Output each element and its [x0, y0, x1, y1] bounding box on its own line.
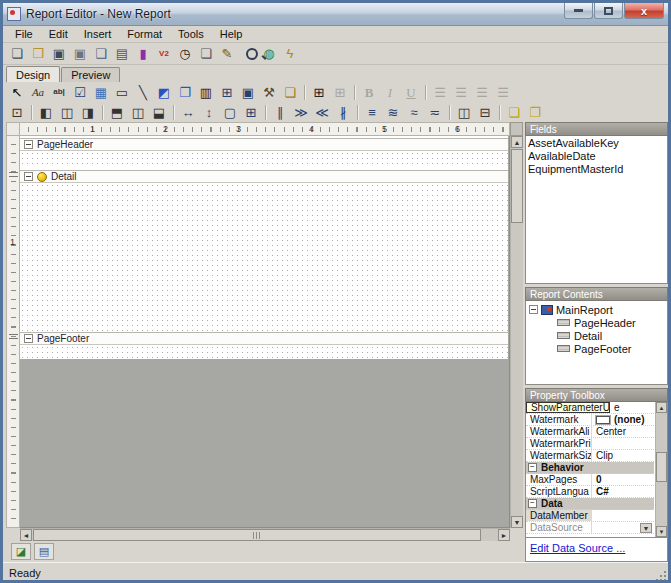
align-bottoms-icon[interactable]: ⬓	[149, 104, 169, 121]
space-across-equal-icon[interactable]: ∥	[270, 104, 290, 121]
snap-to-grid-icon[interactable]: ⊞	[330, 84, 350, 101]
field-item[interactable]: AssetAvailableKey	[528, 137, 665, 150]
italic-icon[interactable]: I	[380, 84, 400, 101]
align-rights-icon[interactable]: ◨	[78, 104, 98, 121]
save-report-icon[interactable]: ▣	[49, 45, 69, 63]
build-tool-icon[interactable]: ⚒	[259, 84, 279, 101]
field-item[interactable]: EquipmentMasterId	[528, 163, 665, 176]
band-detail[interactable]: Detail	[20, 170, 508, 183]
menu-item[interactable]: File	[7, 27, 41, 41]
band-grip-icon[interactable]	[9, 334, 18, 339]
script-view-icon[interactable]: ◪	[11, 543, 31, 560]
menu-item[interactable]: Format	[119, 27, 170, 41]
center-horizontal-icon[interactable]: ◫	[454, 104, 474, 121]
tree-node-band[interactable]: PageFooter	[527, 342, 666, 355]
center-vertical-icon[interactable]: ⊟	[475, 104, 495, 121]
property-value[interactable]: e	[610, 402, 620, 414]
property-value[interactable]: C#	[592, 486, 609, 498]
zoom-icon[interactable]	[238, 45, 258, 63]
script-page-icon[interactable]: ❏	[280, 84, 300, 101]
clock-icon[interactable]: ◷	[175, 45, 195, 63]
scroll-corner-button[interactable]	[510, 122, 523, 136]
maximize-button[interactable]	[594, 3, 623, 19]
property-row[interactable]: Behavior ▼	[526, 462, 654, 474]
space-across-decrease-icon[interactable]: ≪	[312, 104, 332, 121]
scroll-down-icon[interactable]	[511, 516, 523, 528]
designer-view-icon[interactable]: ▤	[34, 543, 54, 560]
horizontal-scrollbar[interactable]	[20, 528, 510, 541]
chart-tool-icon[interactable]: ◩	[154, 84, 174, 101]
underline-icon[interactable]: U	[401, 84, 421, 101]
same-width-icon[interactable]: ↔	[178, 104, 198, 121]
report-design-surface[interactable]: PageHeader Detail PageFooter	[20, 136, 510, 528]
tree-node-band[interactable]: Detail	[527, 329, 666, 342]
textbox-tool-icon[interactable]: ab|	[49, 84, 69, 101]
property-value[interactable]: 0	[592, 474, 602, 486]
space-down-decrease-icon[interactable]: ≈	[404, 104, 424, 121]
same-size-icon[interactable]: ▢	[220, 104, 240, 121]
collapse-icon[interactable]	[24, 172, 33, 181]
band-pageheader[interactable]: PageHeader	[20, 138, 508, 151]
space-across-increase-icon[interactable]: ≫	[291, 104, 311, 121]
size-to-grid-icon[interactable]: ⊞	[241, 104, 261, 121]
bring-to-front-icon[interactable]: ❏	[504, 104, 524, 121]
vertical-scroll-thumb[interactable]	[511, 149, 523, 223]
globe-icon[interactable]: ◍	[259, 45, 279, 63]
subreport-tool-icon[interactable]: ❐	[175, 84, 195, 101]
checkbox-tool-icon[interactable]: ☑	[70, 84, 90, 101]
group-collapse-icon[interactable]	[528, 463, 537, 472]
tab-design[interactable]: Design	[6, 66, 60, 82]
space-down-equal-icon[interactable]: ≡	[362, 104, 382, 121]
align-middles-icon[interactable]: ◫	[128, 104, 148, 121]
scroll-up-icon[interactable]	[511, 136, 523, 148]
script-lightning-icon[interactable]: ϟ	[280, 45, 300, 63]
group-collapse-icon[interactable]	[528, 499, 537, 508]
open-report-icon[interactable]: ❒	[28, 45, 48, 63]
property-row[interactable]: ScriptLangua C# ▼	[526, 486, 654, 498]
property-value[interactable]: Clip	[592, 450, 613, 462]
align-right-icon[interactable]: ☰	[472, 84, 492, 101]
align-justify-icon[interactable]: ☰	[493, 84, 513, 101]
label-tool-icon[interactable]: Aa	[28, 84, 48, 101]
property-row[interactable]: DataSource ▼	[526, 522, 654, 534]
scroll-down-icon[interactable]	[656, 526, 667, 537]
save-copy-icon[interactable]: ▣	[70, 45, 90, 63]
grid-toggle-icon[interactable]: ⊞	[309, 84, 329, 101]
tab-preview[interactable]: Preview	[61, 67, 120, 82]
property-value[interactable]: Center	[592, 426, 626, 438]
property-scroll-thumb[interactable]	[656, 452, 667, 482]
scroll-left-icon[interactable]	[20, 529, 32, 541]
align-tops-icon[interactable]: ⬒	[107, 104, 127, 121]
bold-icon[interactable]: B	[359, 84, 379, 101]
dropdown-arrow-icon[interactable]: ▼	[640, 523, 652, 533]
same-height-icon[interactable]: ↕	[199, 104, 219, 121]
property-row[interactable]: Data ▼	[526, 498, 654, 510]
scroll-up-icon[interactable]	[656, 402, 667, 413]
align-centers-icon[interactable]: ◫	[57, 104, 77, 121]
collapse-icon[interactable]	[24, 334, 33, 343]
rectangle-tool-icon[interactable]: ▭	[112, 84, 132, 101]
property-row[interactable]: WatermarkAli Center ▼	[526, 426, 654, 438]
menu-item[interactable]: Help	[212, 27, 251, 41]
resize-grip-icon[interactable]	[655, 570, 667, 582]
band-grip-icon[interactable]	[9, 172, 18, 177]
barcode-tool-icon[interactable]: ▥	[196, 84, 216, 101]
property-value[interactable]: (none)	[610, 414, 645, 426]
space-down-increase-icon[interactable]: ≋	[383, 104, 403, 121]
pageheader-content[interactable]	[20, 151, 508, 165]
detail-content[interactable]	[20, 183, 508, 332]
color-swatch[interactable]	[596, 416, 610, 424]
print-icon[interactable]: ▤	[112, 45, 132, 63]
property-row[interactable]: ShowParameterUI e ▼	[526, 402, 654, 414]
report-book-icon[interactable]: ▮	[133, 45, 153, 63]
align-lefts-icon[interactable]: ◧	[36, 104, 56, 121]
tree-node-band[interactable]: PageHeader	[527, 316, 666, 329]
send-to-back-icon[interactable]: ❐	[525, 104, 545, 121]
horizontal-scroll-thumb[interactable]	[33, 529, 481, 541]
align-center-icon[interactable]: ☰	[451, 84, 471, 101]
new-report-icon[interactable]: ❏	[7, 45, 27, 63]
v2-import-icon[interactable]: V2	[154, 45, 174, 63]
vertical-scrollbar[interactable]	[510, 136, 523, 528]
style-designer-icon[interactable]: ✎	[217, 45, 237, 63]
space-across-remove-icon[interactable]: ∦	[333, 104, 353, 121]
